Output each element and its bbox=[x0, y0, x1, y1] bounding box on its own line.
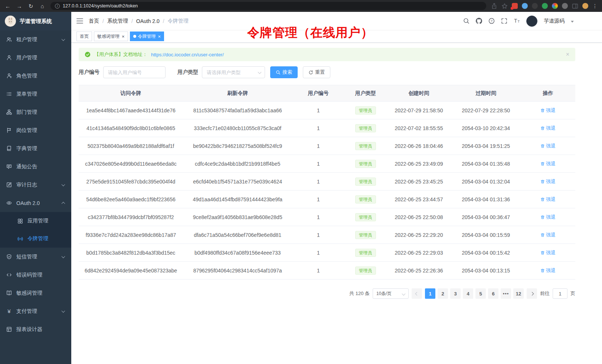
success-check-icon bbox=[85, 52, 91, 57]
reset-button[interactable]: 重置 bbox=[303, 66, 330, 78]
caret-down-icon[interactable] bbox=[571, 21, 574, 23]
chevron-down-icon bbox=[62, 254, 65, 258]
force-logout-button[interactable]: 强退 bbox=[540, 214, 556, 221]
forward-icon[interactable]: → bbox=[16, 3, 23, 9]
extension-grid-icon[interactable] bbox=[512, 3, 518, 9]
access-token-cell: 275e5de9151045fe87cbdc395e004f4d bbox=[79, 173, 183, 191]
user-id-cell: 1 bbox=[292, 119, 344, 137]
user-avatar[interactable] bbox=[526, 16, 537, 27]
expire-time-cell: 2054-03-04 00:15:42 bbox=[451, 244, 520, 262]
sidebar-item-dict[interactable]: 字典管理 bbox=[0, 139, 71, 158]
sidebar-item-audit-log[interactable]: 审计日志 bbox=[0, 176, 71, 194]
help-icon[interactable]: ? bbox=[488, 18, 495, 24]
refresh-token-cell: b0df4980ffd34c67a08f9156e4eee733 bbox=[183, 244, 292, 262]
github-icon[interactable] bbox=[476, 18, 482, 24]
browser-menu-icon[interactable]: ⋮ bbox=[592, 3, 598, 9]
page-button-12[interactable]: 12 bbox=[513, 288, 524, 299]
refresh-icon bbox=[308, 70, 313, 75]
sidebar-panel-icon[interactable] bbox=[572, 3, 578, 9]
breadcrumb-item[interactable]: OAuth 2.0 bbox=[136, 18, 160, 24]
search-icon[interactable] bbox=[463, 18, 470, 24]
sidebar-item-pay[interactable]: ¥支付管理 bbox=[0, 302, 71, 320]
page-button-4[interactable]: 4 bbox=[463, 288, 473, 299]
user-id-cell: 1 bbox=[292, 173, 344, 191]
sidebar-item-post[interactable]: 岗位管理 bbox=[0, 121, 71, 139]
prev-page-button[interactable] bbox=[412, 288, 422, 299]
page-button-6[interactable]: 6 bbox=[488, 288, 498, 299]
bookmark-star-icon[interactable] bbox=[501, 3, 508, 9]
url-bar[interactable]: i 127.0.0.1:1024/system/oauth2/token bbox=[50, 2, 486, 10]
sidebar-item-menu[interactable]: 菜单管理 bbox=[0, 85, 71, 103]
page-button-1[interactable]: 1 bbox=[425, 288, 435, 299]
access-token-cell: 54d6be82ee5a460a9aedc1f9bf223656 bbox=[79, 191, 183, 208]
force-logout-button[interactable]: 强退 bbox=[540, 232, 556, 238]
force-logout-button[interactable]: 强退 bbox=[540, 178, 556, 185]
next-page-button[interactable] bbox=[527, 288, 537, 299]
force-logout-button[interactable]: 强退 bbox=[540, 196, 556, 203]
user-id-input[interactable] bbox=[103, 66, 166, 78]
sidebar-item-role[interactable]: 角色管理 bbox=[0, 67, 71, 85]
tab-token[interactable]: 令牌管理× bbox=[130, 32, 164, 41]
page-button-2[interactable]: 2 bbox=[438, 288, 448, 299]
site-info-icon[interactable]: i bbox=[55, 4, 60, 9]
page-button-3[interactable]: 3 bbox=[450, 288, 461, 299]
goto-page-input[interactable] bbox=[553, 288, 567, 299]
fullscreen-icon[interactable] bbox=[501, 18, 507, 24]
sidebar-item-tenant[interactable]: 租户管理 bbox=[0, 30, 71, 49]
sidebar-item-sensitive-word[interactable]: 敏感词管理 bbox=[0, 284, 71, 302]
log-icon bbox=[6, 182, 12, 188]
refresh-token-cell: 8796295f04064c2983414cc54af1097a bbox=[183, 262, 292, 279]
sidebar-item-dept[interactable]: 部门管理 bbox=[0, 103, 71, 121]
tab-sensitive-word[interactable]: 敏感词管理× bbox=[94, 32, 128, 41]
extension-blue-icon[interactable] bbox=[522, 3, 528, 9]
force-logout-button[interactable]: 强退 bbox=[540, 125, 556, 132]
user-type-select-input[interactable] bbox=[202, 66, 265, 78]
breadcrumb-item: 令牌管理 bbox=[168, 18, 189, 24]
user-type-select[interactable] bbox=[202, 66, 265, 78]
force-logout-button[interactable]: 强退 bbox=[540, 143, 556, 149]
share-icon[interactable] bbox=[491, 3, 497, 9]
pager-pages: 123456•••12 bbox=[425, 288, 524, 299]
sidebar-item-notice[interactable]: 通知公告 bbox=[0, 158, 71, 176]
sidebar-item-oauth2[interactable]: OAuth 2.0 bbox=[0, 194, 71, 212]
extension-colorful-icon[interactable] bbox=[552, 3, 558, 9]
extension-green-icon[interactable] bbox=[542, 3, 548, 9]
page-button-5[interactable]: 5 bbox=[475, 288, 486, 299]
page-size-select[interactable]: 10条/页 bbox=[373, 288, 409, 299]
sidebar-item-sms[interactable]: 短信管理 bbox=[0, 248, 71, 266]
reload-icon[interactable]: ↻ bbox=[27, 3, 34, 9]
force-logout-button[interactable]: 强退 bbox=[540, 267, 556, 274]
pager-more-button[interactable]: ••• bbox=[501, 288, 511, 299]
user-id-cell: 1 bbox=[292, 137, 344, 155]
alert-close-icon[interactable]: × bbox=[566, 52, 569, 57]
sidebar-item-error-code[interactable]: 错误码管理 bbox=[0, 266, 71, 284]
sidebar-toggle-icon[interactable] bbox=[76, 18, 83, 24]
force-logout-button[interactable]: 强退 bbox=[540, 161, 556, 167]
force-logout-button[interactable]: 强退 bbox=[540, 249, 556, 256]
force-logout-button[interactable]: 强退 bbox=[540, 107, 556, 114]
tab-home[interactable]: 首页 bbox=[76, 32, 92, 41]
search-button[interactable]: 搜索 bbox=[270, 66, 298, 78]
sidebar-item-oauth2-token[interactable]: 令牌管理 bbox=[0, 230, 71, 248]
back-icon[interactable]: ← bbox=[4, 3, 11, 9]
breadcrumb-item[interactable]: 首页 bbox=[89, 18, 99, 24]
sidebar-item-label: 字典管理 bbox=[16, 145, 37, 152]
app-logo[interactable]: 芋道管理系统 bbox=[0, 12, 71, 30]
font-size-icon[interactable]: TT bbox=[514, 18, 520, 24]
tab-close-icon[interactable]: × bbox=[158, 34, 161, 39]
chevron-down-icon bbox=[62, 182, 65, 186]
extension-puzzle-icon[interactable] bbox=[562, 3, 568, 9]
breadcrumb-item[interactable]: 系统管理 bbox=[107, 18, 128, 24]
sidebar-item-report-designer[interactable]: 报表设计器 bbox=[0, 320, 71, 338]
create-time-cell: 2022-06-25 23:49:09 bbox=[387, 155, 451, 173]
tab-close-icon[interactable]: × bbox=[122, 34, 125, 39]
chevron-down-icon bbox=[62, 37, 65, 41]
alert-doc-link[interactable]: https://doc.iocoder.cn/user-center/ bbox=[151, 52, 224, 57]
active-tab-dot-icon bbox=[133, 35, 136, 38]
extension-dark-icon[interactable] bbox=[532, 3, 538, 9]
sidebar-item-user[interactable]: 用户管理 bbox=[0, 49, 71, 67]
token-table: 访问令牌刷新令牌用户编号用户类型创建时间过期时间操作 1ea5e44f8bc14… bbox=[79, 85, 575, 279]
sidebar-item-oauth2-app[interactable]: 应用管理 bbox=[0, 212, 71, 230]
home-icon[interactable]: ⌂ bbox=[39, 3, 46, 9]
profile-avatar[interactable] bbox=[582, 3, 588, 9]
